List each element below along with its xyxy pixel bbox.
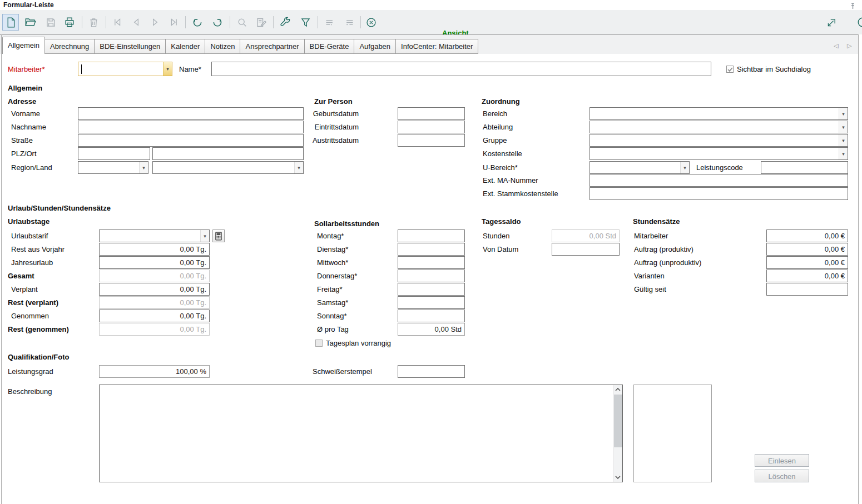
ext-stammkostenstelle-input[interactable] bbox=[589, 187, 848, 200]
bereich-select[interactable]: ▾ bbox=[589, 107, 848, 120]
genommen-input[interactable] bbox=[99, 310, 210, 322]
chevron-down-icon[interactable]: ▾ bbox=[680, 162, 689, 173]
u-bereich-select[interactable]: ▾ bbox=[589, 161, 690, 174]
chevron-down-icon[interactable]: ▾ bbox=[839, 121, 848, 133]
freitag-input[interactable] bbox=[398, 283, 465, 296]
chevron-down-icon[interactable]: ▾ bbox=[294, 162, 303, 173]
first-record-button[interactable] bbox=[109, 14, 126, 31]
loeschen-button[interactable]: Löschen bbox=[755, 470, 809, 482]
satz-auftrag-unproduktiv-input[interactable] bbox=[766, 256, 848, 269]
chevron-down-icon[interactable]: ▾ bbox=[839, 134, 848, 146]
sonntag-input[interactable] bbox=[398, 310, 465, 322]
jahresurlaub-input[interactable] bbox=[99, 256, 210, 269]
gueltig-seit-input[interactable] bbox=[766, 283, 848, 296]
gesamt-label: Gesamt bbox=[8, 272, 34, 280]
montag-input[interactable] bbox=[398, 229, 465, 242]
cancel-button[interactable] bbox=[363, 14, 379, 31]
ort-input[interactable] bbox=[152, 147, 304, 160]
nachname-input[interactable] bbox=[78, 121, 304, 133]
tab-ansprechpartner[interactable]: Ansprechpartner bbox=[240, 39, 304, 54]
align-right-button[interactable] bbox=[340, 14, 357, 31]
mitarbeiter-select[interactable]: ▾ bbox=[78, 62, 172, 76]
gruppe-select[interactable]: ▾ bbox=[589, 134, 848, 147]
beschreibung-textarea[interactable] bbox=[100, 385, 613, 482]
plz-input[interactable] bbox=[78, 147, 150, 160]
main-toolbar: Ansicht bbox=[0, 10, 862, 34]
leistungsgrad-input[interactable] bbox=[99, 365, 210, 378]
ext-ma-nummer-label: Ext. MA-Nummer bbox=[483, 176, 538, 184]
austrittsdatum-input[interactable] bbox=[398, 134, 465, 147]
tab-allgemein[interactable]: Allgemein bbox=[2, 37, 45, 54]
print-button[interactable] bbox=[61, 14, 78, 31]
satz-varianten-input[interactable] bbox=[766, 270, 848, 282]
tab-scroll-left-icon[interactable]: ◁ bbox=[834, 42, 838, 49]
wrench-icon bbox=[279, 16, 291, 28]
urlaubstarif-select[interactable]: ▾ bbox=[99, 229, 210, 242]
tab-aufgaben[interactable]: Aufgaben bbox=[354, 39, 396, 54]
ext-ma-nummer-input[interactable] bbox=[589, 174, 848, 187]
samstag-input[interactable] bbox=[398, 296, 465, 309]
verplant-input[interactable] bbox=[99, 283, 210, 296]
scroll-up-icon[interactable] bbox=[613, 385, 622, 394]
eintrittsdatum-input[interactable] bbox=[398, 121, 465, 133]
help-button[interactable] bbox=[854, 14, 862, 31]
chevron-down-icon[interactable]: ▾ bbox=[163, 62, 172, 76]
new-document-button[interactable] bbox=[2, 14, 19, 31]
tab-bde-einstellungen[interactable]: BDE-Einstellungen bbox=[95, 39, 166, 54]
vorname-input[interactable] bbox=[78, 107, 304, 120]
dienstag-input[interactable] bbox=[398, 243, 465, 256]
chevron-down-icon[interactable]: ▾ bbox=[839, 148, 848, 159]
scroll-thumb[interactable] bbox=[614, 395, 622, 447]
save-button[interactable] bbox=[42, 14, 59, 31]
donnerstag-input[interactable] bbox=[398, 270, 465, 282]
land-select[interactable]: ▾ bbox=[152, 161, 304, 174]
delete-button[interactable] bbox=[85, 14, 102, 31]
satz-mitarbeiter-input[interactable] bbox=[766, 229, 848, 242]
next-record-button[interactable] bbox=[147, 14, 164, 31]
tab-bde-geraete[interactable]: BDE-Geräte bbox=[305, 39, 355, 54]
search-button[interactable] bbox=[234, 14, 250, 31]
tab-kalender[interactable]: Kalender bbox=[166, 39, 205, 54]
align-left-button[interactable] bbox=[321, 14, 338, 31]
tab-abrechnung[interactable]: Abrechnung bbox=[45, 39, 95, 54]
edit-button[interactable] bbox=[252, 14, 269, 31]
geburtsdatum-input[interactable] bbox=[398, 107, 465, 120]
leistungscode-input[interactable] bbox=[761, 161, 848, 174]
abteilung-select[interactable]: ▾ bbox=[589, 121, 848, 133]
chevron-down-icon[interactable]: ▾ bbox=[200, 230, 209, 242]
schweisserstempel-input[interactable] bbox=[398, 365, 465, 378]
previous-record-button[interactable] bbox=[128, 14, 145, 31]
open-folder-button[interactable] bbox=[22, 14, 39, 31]
kostenstelle-select[interactable]: ▾ bbox=[589, 147, 848, 160]
scroll-down-icon[interactable] bbox=[613, 473, 622, 482]
wrench-button[interactable] bbox=[277, 14, 294, 31]
tab-infocenter-mitarbeiter[interactable]: InfoCenter: Mitarbeiter bbox=[396, 39, 478, 54]
zuordnung-section-title: Zuordnung bbox=[482, 97, 520, 106]
tab-scroll-right-icon[interactable]: ▷ bbox=[847, 42, 851, 49]
name-input[interactable] bbox=[211, 62, 711, 76]
detach-button[interactable] bbox=[823, 14, 840, 31]
satz-auftrag-produktiv-input[interactable] bbox=[766, 243, 848, 256]
undo-button[interactable] bbox=[189, 14, 206, 31]
rest-aus-vorjahr-input[interactable] bbox=[99, 243, 210, 256]
chevron-down-icon[interactable]: ▾ bbox=[139, 162, 148, 173]
mittwoch-label: Mittwoch* bbox=[317, 258, 348, 267]
genommen-label: Genommen bbox=[11, 312, 49, 320]
region-select[interactable]: ▾ bbox=[78, 161, 148, 174]
tab-notizen[interactable]: Notizen bbox=[205, 39, 240, 54]
strasse-input[interactable] bbox=[78, 134, 304, 147]
mittwoch-input[interactable] bbox=[398, 256, 465, 269]
refresh-button[interactable] bbox=[209, 14, 226, 31]
filter-button[interactable] bbox=[297, 14, 314, 31]
von-datum-input[interactable] bbox=[552, 243, 620, 256]
urlaubstage-section-title: Urlaubstage bbox=[8, 217, 49, 226]
beschreibung-scrollbar[interactable] bbox=[613, 385, 622, 482]
save-icon bbox=[45, 17, 57, 28]
chevron-down-icon[interactable]: ▾ bbox=[839, 108, 848, 119]
einlesen-button[interactable]: Einlesen bbox=[755, 454, 809, 467]
sichtbar-checkbox[interactable] bbox=[726, 66, 734, 73]
beschreibung-label: Beschreibung bbox=[8, 387, 52, 396]
tagesplan-checkbox[interactable] bbox=[315, 340, 323, 347]
last-record-button[interactable] bbox=[166, 14, 182, 31]
calculator-button[interactable] bbox=[212, 229, 225, 242]
